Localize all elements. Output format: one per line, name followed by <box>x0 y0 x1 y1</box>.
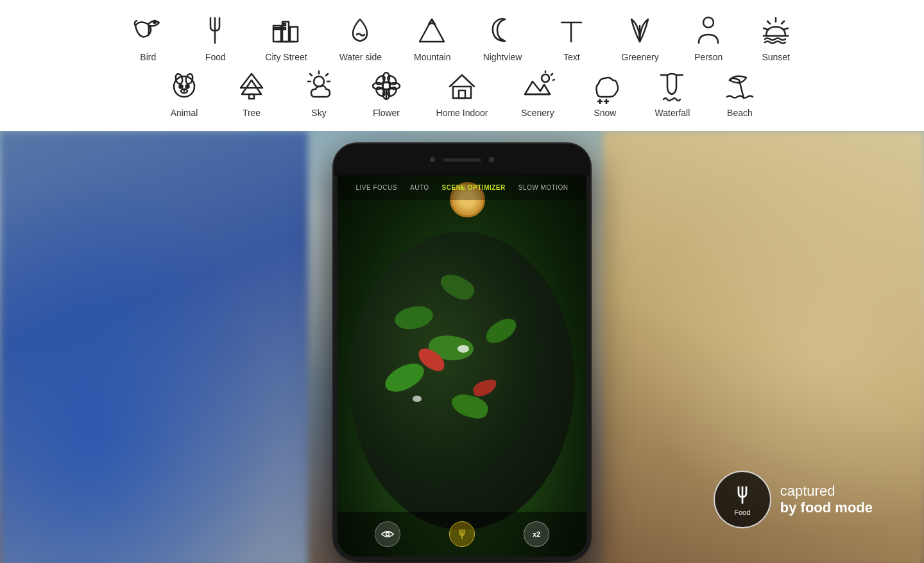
svg-rect-9 <box>284 28 286 29</box>
svg-point-58 <box>386 533 389 536</box>
svg-point-30 <box>314 76 324 87</box>
scene-section: LIVE FOCUS AUTO SCENE OPTIMIZER SLOW MOT… <box>0 131 924 563</box>
icon-waterfall: Waterfall <box>654 69 690 118</box>
sky-label: Sky <box>311 108 326 118</box>
bird-label: Bird <box>140 52 156 62</box>
svg-line-16 <box>782 21 784 24</box>
svg-line-19 <box>784 28 788 29</box>
front-sensor <box>489 157 494 162</box>
mountain-label: Mountain <box>414 52 451 62</box>
food-mode-badge: Food captured by food mode <box>714 471 873 528</box>
svg-point-0 <box>153 21 156 23</box>
phone-top-bar <box>334 144 590 176</box>
icon-person: Person <box>691 13 726 62</box>
svg-rect-7 <box>278 28 280 29</box>
camera-controls: x2 <box>338 512 586 557</box>
phone-speaker <box>443 158 481 162</box>
svg-point-22 <box>185 73 194 85</box>
svg-point-42 <box>386 74 397 86</box>
icon-snow: Snow <box>587 69 622 118</box>
captured-text: captured <box>780 483 873 500</box>
food-label: Food <box>205 52 226 62</box>
scenery-label: Scenery <box>521 108 554 118</box>
icon-animal: Animal <box>167 69 202 118</box>
mode-auto[interactable]: AUTO <box>410 184 429 191</box>
animal-label: Animal <box>171 108 198 118</box>
home-indoor-label: Home Indoor <box>436 108 488 118</box>
scene-optimizer-icons: Bird Food City Street <box>0 0 924 131</box>
mode-scene-optimizer[interactable]: SCENE OPTIMIZER <box>442 184 506 191</box>
food-preview <box>338 174 586 557</box>
mode-live-focus[interactable]: LIVE FOCUS <box>356 184 397 191</box>
icon-flower: Flower <box>369 69 404 118</box>
nightview-label: Nightview <box>483 52 522 62</box>
icon-city-street: City Street <box>265 13 307 62</box>
phone-screen: LIVE FOCUS AUTO SCENE OPTIMIZER SLOW MOT… <box>338 174 586 557</box>
person-label: Person <box>694 52 723 62</box>
icon-tree: Tree <box>234 69 270 118</box>
sunset-label: Sunset <box>762 52 790 62</box>
city-street-label: City Street <box>265 52 307 62</box>
icon-food: Food <box>198 13 233 62</box>
icon-scenery: Scenery <box>520 69 555 118</box>
food-mode-button[interactable] <box>449 521 475 547</box>
svg-rect-6 <box>275 28 277 29</box>
svg-rect-4 <box>290 27 298 42</box>
food-badge-icon-circle: Food <box>714 471 771 528</box>
text-label: Text <box>563 52 580 62</box>
icon-text: Text <box>554 13 589 62</box>
icon-bird: Bird <box>130 13 166 62</box>
snow-label: Snow <box>594 108 616 118</box>
icon-sunset: Sunset <box>758 13 794 62</box>
mode-slow-motion[interactable]: SLOW MOTION <box>518 184 569 191</box>
zoom-x2[interactable]: x2 <box>524 521 549 547</box>
icon-mountain: Mountain <box>414 13 451 62</box>
phone-device: LIVE FOCUS AUTO SCENE OPTIMIZER SLOW MOT… <box>334 144 590 560</box>
svg-point-23 <box>179 85 182 88</box>
svg-rect-8 <box>284 24 286 26</box>
icons-row-1: Bird Food City Street <box>130 13 793 62</box>
eye-button[interactable] <box>375 521 400 547</box>
icon-beach: Beach <box>722 69 757 118</box>
svg-point-48 <box>542 74 549 82</box>
svg-line-32 <box>326 74 328 76</box>
flower-label: Flower <box>373 108 400 118</box>
icon-greenery: Greenery <box>621 13 658 62</box>
svg-point-41 <box>374 74 386 86</box>
icon-home-indoor: Home Indoor <box>436 69 488 118</box>
waterfall-label: Waterfall <box>655 108 690 118</box>
svg-point-21 <box>175 73 184 85</box>
svg-line-18 <box>764 28 767 29</box>
icon-water-side: Water side <box>339 13 382 62</box>
beach-label: Beach <box>727 108 753 118</box>
svg-line-52 <box>553 80 554 80</box>
svg-line-33 <box>310 74 312 76</box>
water-side-label: Water side <box>339 52 382 62</box>
greenery-label: Greenery <box>621 52 658 62</box>
svg-rect-47 <box>459 90 465 98</box>
food-badge-label: Food <box>734 508 750 516</box>
svg-point-43 <box>374 86 386 97</box>
svg-point-13 <box>703 17 714 28</box>
icons-row-2: Animal Tree Sky <box>167 69 758 118</box>
phone-outer-frame: LIVE FOCUS AUTO SCENE OPTIMIZER SLOW MOT… <box>334 144 590 560</box>
camera-mode-bar: LIVE FOCUS AUTO SCENE OPTIMIZER SLOW MOT… <box>338 174 586 200</box>
front-camera <box>430 157 435 162</box>
icon-nightview: Nightview <box>483 13 522 62</box>
food-mode-caption: by food mode <box>780 500 873 516</box>
food-badge-caption: captured by food mode <box>780 483 873 517</box>
icon-sky: Sky <box>302 69 337 118</box>
svg-line-51 <box>551 74 552 75</box>
tree-label: Tree <box>243 108 261 118</box>
svg-line-17 <box>767 21 770 24</box>
svg-point-44 <box>386 86 397 97</box>
svg-rect-46 <box>453 87 471 98</box>
svg-point-24 <box>185 85 189 88</box>
svg-rect-29 <box>249 94 254 99</box>
scene-left-blur <box>0 131 308 563</box>
